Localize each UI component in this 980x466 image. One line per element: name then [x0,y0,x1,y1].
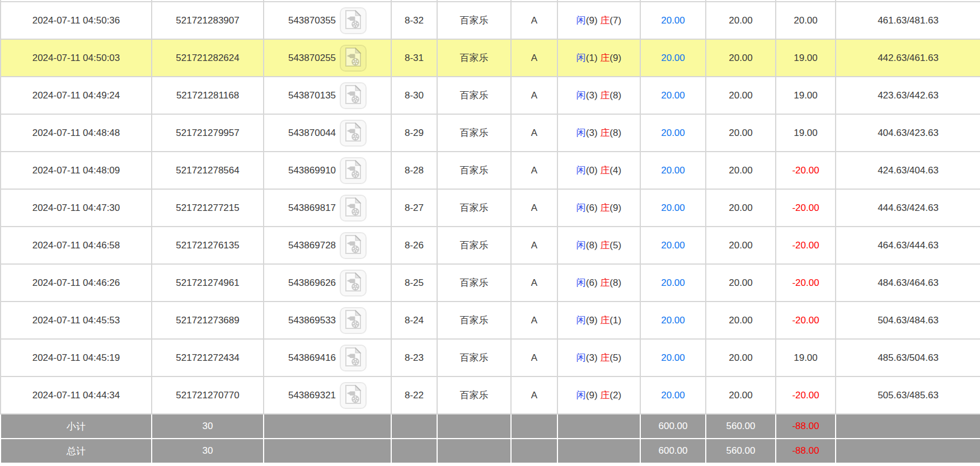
banker-label: 庄 [600,15,609,26]
order-number-cell: 521721283907 [152,2,264,39]
bet-amount-cell: 20.00 [640,2,706,39]
banker-score: (9) [609,203,621,213]
banker-score: (8) [609,277,621,288]
summary-bet-total-cell: 600.00 [640,439,706,463]
bet-time-cell: 2024-07-11 04:45:19 [1,339,152,376]
summary-label-cell: 总计 [1,439,152,463]
table-code-cell: A [511,339,557,376]
order-number-cell: 521721279957 [152,114,264,152]
record-row[interactable]: 2024-07-11 04:48:48521721279957543870044… [1,114,980,152]
summary-empty-cell [511,439,557,463]
record-row[interactable]: 2024-07-11 04:44:34521721270770543869321… [1,376,980,414]
video-replay-button[interactable] [340,45,367,72]
summary-valid-total-cell: 560.00 [706,414,776,439]
bet-time-cell: 2024-07-11 04:46:26 [1,264,152,302]
video-replay-button[interactable] [340,382,367,409]
balance-cell: 442.63/461.63 [836,39,980,77]
summary-empty-cell [557,439,640,463]
bet-amount-cell: 20.00 [640,376,706,414]
round-cell: 8-31 [391,39,437,77]
bet-time-cell: 2024-07-11 04:50:36 [1,2,152,39]
record-row[interactable]: 2024-07-11 04:45:19521721272434543869416… [1,339,980,376]
record-row[interactable]: 2024-07-11 04:47:30521721277215543869817… [1,189,980,227]
video-replay-button[interactable] [340,270,367,296]
video-replay-button[interactable] [340,7,367,34]
bet-amount-cell: 20.00 [640,189,706,227]
win-loss-cell: 19.00 [776,114,836,152]
record-row[interactable]: 2024-07-11 04:50:36521721283907543870355… [1,2,980,39]
bet-amount-cell: 20.00 [640,302,706,339]
table-code-cell: A [511,302,557,339]
bet-amount-link[interactable]: 20.00 [661,53,685,63]
bet-amount-link[interactable]: 20.00 [661,315,685,326]
record-row[interactable]: 2024-07-11 04:49:24521721281168543870135… [1,77,980,114]
bet-amount-link[interactable]: 20.00 [661,128,685,138]
video-file-icon [345,235,362,256]
bet-time-cell: 2024-07-11 04:44:34 [1,376,152,414]
video-replay-button[interactable] [340,157,367,184]
banker-score: (1) [609,315,621,326]
player-label: 闲 [576,165,586,176]
summary-empty-cell [836,414,980,439]
player-score: (6) [586,203,601,213]
valid-amount-cell: 20.00 [706,376,776,414]
video-replay-button[interactable] [340,120,367,147]
video-file-icon [345,10,362,31]
bet-time-cell: 2024-07-11 04:46:58 [1,227,152,264]
player-score: (9) [586,15,601,26]
summary-count-cell: 30 [152,414,264,439]
record-row[interactable]: 2024-07-11 04:48:09521721278564543869910… [1,152,980,189]
video-replay-button[interactable] [340,307,367,334]
record-row[interactable]: 2024-07-11 04:50:03521721282624543870255… [1,39,980,77]
record-row[interactable]: 2024-07-11 04:45:53521721273689543869533… [1,302,980,339]
order-number-cell: 521721277215 [152,189,264,227]
bet-amount-link[interactable]: 20.00 [661,90,685,101]
game-number-cell: 543870355 [264,2,391,39]
video-file-icon [345,385,362,406]
game-type-cell: 百家乐 [437,114,511,152]
record-row[interactable]: 2024-07-11 04:46:26521721274961543869626… [1,264,980,302]
player-score: (3) [586,128,601,138]
game-number-cell: 543869416 [264,339,391,376]
game-number-cell: 543870044 [264,114,391,152]
bet-time-cell: 2024-07-11 04:50:03 [1,39,152,77]
record-row[interactable]: 2024-07-11 04:46:58521721276135543869728… [1,227,980,264]
bet-amount-link[interactable]: 20.00 [661,277,685,288]
summary-empty-cell [264,439,391,463]
game-type-cell: 百家乐 [437,39,511,77]
order-number-cell: 521721278564 [152,152,264,189]
bet-amount-link[interactable]: 20.00 [661,15,685,26]
video-replay-button[interactable] [340,82,367,109]
game-type-cell: 百家乐 [437,376,511,414]
bet-amount-link[interactable]: 20.00 [661,203,685,213]
player-label: 闲 [576,315,586,326]
bet-amount-link[interactable]: 20.00 [661,352,685,363]
banker-score: (9) [609,53,621,63]
video-replay-button[interactable] [340,232,367,259]
game-number: 543869416 [288,352,336,364]
player-score: (3) [586,90,601,101]
table-code-cell: A [511,114,557,152]
bet-amount-cell: 20.00 [640,227,706,264]
summary-win-loss-cell: -88.00 [776,439,836,463]
player-label: 闲 [576,352,586,363]
game-type-cell: 百家乐 [437,264,511,302]
video-replay-button[interactable] [340,195,367,222]
round-cell: 8-28 [391,152,437,189]
game-number-cell: 543869910 [264,152,391,189]
game-number: 543869910 [288,165,336,176]
video-replay-button[interactable] [340,345,367,371]
win-loss-cell: 19.00 [776,339,836,376]
bet-amount-link[interactable]: 20.00 [661,165,685,176]
video-file-icon [345,347,362,368]
banker-label: 庄 [600,390,609,401]
game-number-cell: 543869321 [264,376,391,414]
player-label: 闲 [576,53,586,63]
bet-amount-link[interactable]: 20.00 [661,390,685,401]
bet-time-cell: 2024-07-11 04:49:24 [1,77,152,114]
player-score: (9) [586,315,601,326]
game-type-cell: 百家乐 [437,77,511,114]
bet-amount-link[interactable]: 20.00 [661,240,685,251]
valid-amount-cell: 20.00 [706,339,776,376]
table-code-cell: A [511,2,557,39]
